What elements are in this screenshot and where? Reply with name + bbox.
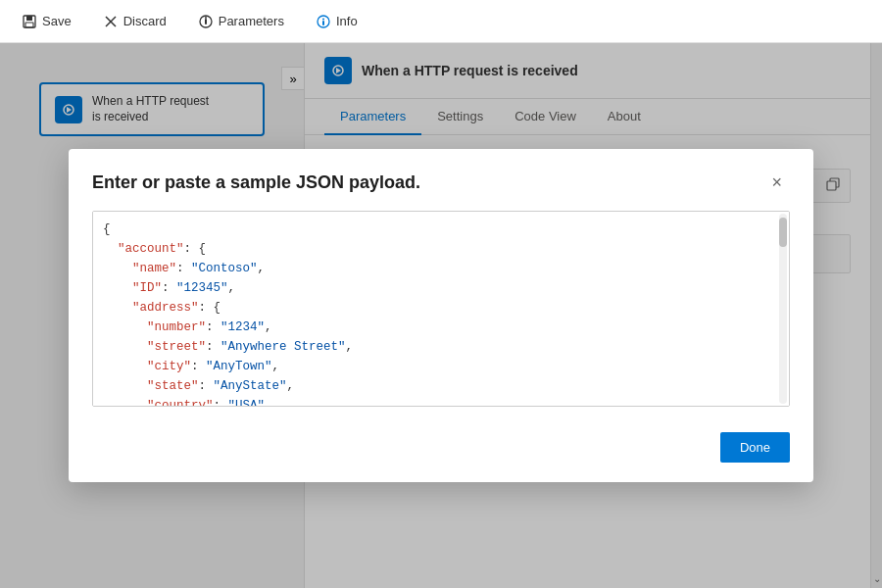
json-line: "address": {	[103, 298, 779, 318]
json-line: "name": "Contoso",	[103, 259, 779, 278]
json-line: "number": "1234",	[103, 318, 779, 337]
save-icon	[22, 14, 37, 29]
json-line: "account": {	[103, 239, 779, 259]
toolbar: Save Discard Parameters In	[0, 0, 882, 43]
info-button[interactable]: Info	[310, 10, 364, 33]
info-label: Info	[336, 14, 358, 28]
modal-dialog: Enter or paste a sample JSON payload. × …	[69, 149, 813, 482]
json-scrollbar-thumb	[779, 218, 787, 247]
json-line: "state": "AnyState",	[103, 376, 779, 396]
save-label: Save	[42, 14, 72, 28]
modal-body: { "account": { "name": "Contoso", "ID": …	[69, 211, 813, 422]
json-line: "street": "Anywhere Street",	[103, 337, 779, 357]
json-scrollbar[interactable]	[779, 214, 787, 404]
close-icon: ×	[771, 172, 782, 193]
done-button[interactable]: Done	[720, 432, 790, 463]
save-button[interactable]: Save	[16, 10, 77, 33]
svg-point-10	[322, 18, 324, 20]
discard-button[interactable]: Discard	[97, 10, 172, 33]
modal-close-button[interactable]: ×	[763, 169, 790, 197]
info-icon	[316, 14, 331, 29]
svg-rect-6	[205, 19, 207, 24]
json-line: {	[103, 220, 779, 239]
svg-rect-2	[25, 23, 33, 27]
json-line: "country": "USA"	[103, 396, 779, 407]
json-editor[interactable]: { "account": { "name": "Contoso", "ID": …	[92, 211, 790, 407]
modal-title: Enter or paste a sample JSON payload.	[92, 172, 420, 193]
json-line: "city": "AnyTown",	[103, 357, 779, 376]
svg-rect-1	[26, 16, 32, 21]
discard-icon	[103, 14, 119, 29]
parameters-icon	[198, 14, 214, 29]
json-line: "ID": "12345",	[103, 278, 779, 298]
modal-header: Enter or paste a sample JSON payload. ×	[69, 149, 813, 211]
parameters-button[interactable]: Parameters	[192, 10, 290, 33]
parameters-label: Parameters	[219, 14, 284, 28]
svg-point-7	[205, 17, 207, 19]
modal-footer: Done	[69, 422, 813, 482]
discard-label: Discard	[123, 14, 167, 28]
svg-rect-9	[322, 21, 324, 25]
modal-overlay: Enter or paste a sample JSON payload. × …	[0, 43, 882, 588]
